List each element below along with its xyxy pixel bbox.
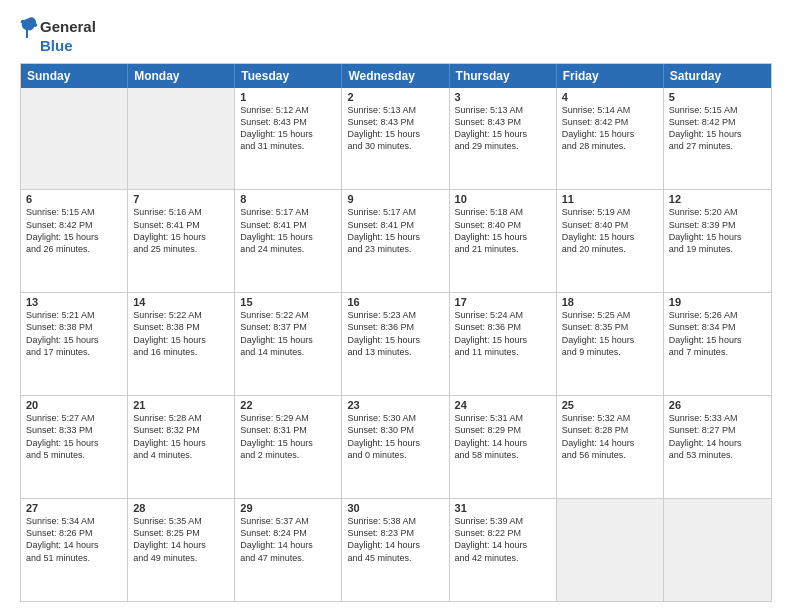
day-info: Sunrise: 5:28 AM Sunset: 8:32 PM Dayligh…: [133, 412, 229, 461]
day-number: 28: [133, 502, 229, 514]
day-number: 27: [26, 502, 122, 514]
header-day-wednesday: Wednesday: [342, 64, 449, 88]
day-cell-1: 1Sunrise: 5:12 AM Sunset: 8:43 PM Daylig…: [235, 88, 342, 190]
day-cell-2: 2Sunrise: 5:13 AM Sunset: 8:43 PM Daylig…: [342, 88, 449, 190]
day-info: Sunrise: 5:18 AM Sunset: 8:40 PM Dayligh…: [455, 206, 551, 255]
day-info: Sunrise: 5:35 AM Sunset: 8:25 PM Dayligh…: [133, 515, 229, 564]
day-number: 24: [455, 399, 551, 411]
day-number: 15: [240, 296, 336, 308]
day-cell-23: 23Sunrise: 5:30 AM Sunset: 8:30 PM Dayli…: [342, 396, 449, 498]
logo: General Blue: [20, 16, 96, 55]
day-cell-4: 4Sunrise: 5:14 AM Sunset: 8:42 PM Daylig…: [557, 88, 664, 190]
day-number: 10: [455, 193, 551, 205]
day-number: 23: [347, 399, 443, 411]
header-day-thursday: Thursday: [450, 64, 557, 88]
day-number: 7: [133, 193, 229, 205]
day-info: Sunrise: 5:25 AM Sunset: 8:35 PM Dayligh…: [562, 309, 658, 358]
calendar-body: 1Sunrise: 5:12 AM Sunset: 8:43 PM Daylig…: [21, 88, 771, 602]
day-cell-22: 22Sunrise: 5:29 AM Sunset: 8:31 PM Dayli…: [235, 396, 342, 498]
day-info: Sunrise: 5:17 AM Sunset: 8:41 PM Dayligh…: [240, 206, 336, 255]
day-cell-27: 27Sunrise: 5:34 AM Sunset: 8:26 PM Dayli…: [21, 499, 128, 601]
day-number: 25: [562, 399, 658, 411]
day-cell-15: 15Sunrise: 5:22 AM Sunset: 8:37 PM Dayli…: [235, 293, 342, 395]
day-number: 21: [133, 399, 229, 411]
day-cell-28: 28Sunrise: 5:35 AM Sunset: 8:25 PM Dayli…: [128, 499, 235, 601]
day-info: Sunrise: 5:26 AM Sunset: 8:34 PM Dayligh…: [669, 309, 766, 358]
day-number: 5: [669, 91, 766, 103]
day-info: Sunrise: 5:15 AM Sunset: 8:42 PM Dayligh…: [669, 104, 766, 153]
day-cell-5: 5Sunrise: 5:15 AM Sunset: 8:42 PM Daylig…: [664, 88, 771, 190]
day-info: Sunrise: 5:34 AM Sunset: 8:26 PM Dayligh…: [26, 515, 122, 564]
day-number: 22: [240, 399, 336, 411]
day-number: 29: [240, 502, 336, 514]
calendar-row-2: 13Sunrise: 5:21 AM Sunset: 8:38 PM Dayli…: [21, 292, 771, 395]
calendar-row-4: 27Sunrise: 5:34 AM Sunset: 8:26 PM Dayli…: [21, 498, 771, 601]
day-cell-17: 17Sunrise: 5:24 AM Sunset: 8:36 PM Dayli…: [450, 293, 557, 395]
day-info: Sunrise: 5:21 AM Sunset: 8:38 PM Dayligh…: [26, 309, 122, 358]
calendar: SundayMondayTuesdayWednesdayThursdayFrid…: [20, 63, 772, 603]
day-cell-24: 24Sunrise: 5:31 AM Sunset: 8:29 PM Dayli…: [450, 396, 557, 498]
day-info: Sunrise: 5:29 AM Sunset: 8:31 PM Dayligh…: [240, 412, 336, 461]
day-cell-29: 29Sunrise: 5:37 AM Sunset: 8:24 PM Dayli…: [235, 499, 342, 601]
day-info: Sunrise: 5:13 AM Sunset: 8:43 PM Dayligh…: [455, 104, 551, 153]
header-day-monday: Monday: [128, 64, 235, 88]
day-info: Sunrise: 5:22 AM Sunset: 8:37 PM Dayligh…: [240, 309, 336, 358]
day-info: Sunrise: 5:39 AM Sunset: 8:22 PM Dayligh…: [455, 515, 551, 564]
day-info: Sunrise: 5:14 AM Sunset: 8:42 PM Dayligh…: [562, 104, 658, 153]
day-cell-12: 12Sunrise: 5:20 AM Sunset: 8:39 PM Dayli…: [664, 190, 771, 292]
day-cell-13: 13Sunrise: 5:21 AM Sunset: 8:38 PM Dayli…: [21, 293, 128, 395]
calendar-row-3: 20Sunrise: 5:27 AM Sunset: 8:33 PM Dayli…: [21, 395, 771, 498]
calendar-header: SundayMondayTuesdayWednesdayThursdayFrid…: [21, 64, 771, 88]
day-info: Sunrise: 5:32 AM Sunset: 8:28 PM Dayligh…: [562, 412, 658, 461]
empty-cell: [664, 499, 771, 601]
day-cell-16: 16Sunrise: 5:23 AM Sunset: 8:36 PM Dayli…: [342, 293, 449, 395]
day-info: Sunrise: 5:31 AM Sunset: 8:29 PM Dayligh…: [455, 412, 551, 461]
day-number: 11: [562, 193, 658, 205]
header-day-friday: Friday: [557, 64, 664, 88]
calendar-row-0: 1Sunrise: 5:12 AM Sunset: 8:43 PM Daylig…: [21, 88, 771, 190]
day-number: 13: [26, 296, 122, 308]
day-info: Sunrise: 5:27 AM Sunset: 8:33 PM Dayligh…: [26, 412, 122, 461]
day-info: Sunrise: 5:16 AM Sunset: 8:41 PM Dayligh…: [133, 206, 229, 255]
day-number: 31: [455, 502, 551, 514]
day-number: 2: [347, 91, 443, 103]
page: General Blue SundayMondayTuesdayWednesda…: [0, 0, 792, 612]
day-cell-18: 18Sunrise: 5:25 AM Sunset: 8:35 PM Dayli…: [557, 293, 664, 395]
day-number: 17: [455, 296, 551, 308]
day-info: Sunrise: 5:15 AM Sunset: 8:42 PM Dayligh…: [26, 206, 122, 255]
day-number: 30: [347, 502, 443, 514]
day-number: 3: [455, 91, 551, 103]
day-cell-8: 8Sunrise: 5:17 AM Sunset: 8:41 PM Daylig…: [235, 190, 342, 292]
empty-cell: [21, 88, 128, 190]
day-info: Sunrise: 5:38 AM Sunset: 8:23 PM Dayligh…: [347, 515, 443, 564]
day-info: Sunrise: 5:37 AM Sunset: 8:24 PM Dayligh…: [240, 515, 336, 564]
day-cell-25: 25Sunrise: 5:32 AM Sunset: 8:28 PM Dayli…: [557, 396, 664, 498]
logo-bird-icon: [20, 16, 38, 38]
day-info: Sunrise: 5:13 AM Sunset: 8:43 PM Dayligh…: [347, 104, 443, 153]
day-number: 19: [669, 296, 766, 308]
day-info: Sunrise: 5:17 AM Sunset: 8:41 PM Dayligh…: [347, 206, 443, 255]
day-number: 4: [562, 91, 658, 103]
day-cell-9: 9Sunrise: 5:17 AM Sunset: 8:41 PM Daylig…: [342, 190, 449, 292]
day-cell-30: 30Sunrise: 5:38 AM Sunset: 8:23 PM Dayli…: [342, 499, 449, 601]
day-number: 14: [133, 296, 229, 308]
header-day-sunday: Sunday: [21, 64, 128, 88]
day-info: Sunrise: 5:24 AM Sunset: 8:36 PM Dayligh…: [455, 309, 551, 358]
calendar-row-1: 6Sunrise: 5:15 AM Sunset: 8:42 PM Daylig…: [21, 189, 771, 292]
day-cell-7: 7Sunrise: 5:16 AM Sunset: 8:41 PM Daylig…: [128, 190, 235, 292]
day-cell-6: 6Sunrise: 5:15 AM Sunset: 8:42 PM Daylig…: [21, 190, 128, 292]
day-cell-20: 20Sunrise: 5:27 AM Sunset: 8:33 PM Dayli…: [21, 396, 128, 498]
header-day-tuesday: Tuesday: [235, 64, 342, 88]
day-info: Sunrise: 5:23 AM Sunset: 8:36 PM Dayligh…: [347, 309, 443, 358]
day-cell-21: 21Sunrise: 5:28 AM Sunset: 8:32 PM Dayli…: [128, 396, 235, 498]
day-number: 9: [347, 193, 443, 205]
day-cell-10: 10Sunrise: 5:18 AM Sunset: 8:40 PM Dayli…: [450, 190, 557, 292]
day-info: Sunrise: 5:20 AM Sunset: 8:39 PM Dayligh…: [669, 206, 766, 255]
day-number: 1: [240, 91, 336, 103]
day-info: Sunrise: 5:33 AM Sunset: 8:27 PM Dayligh…: [669, 412, 766, 461]
empty-cell: [557, 499, 664, 601]
day-cell-19: 19Sunrise: 5:26 AM Sunset: 8:34 PM Dayli…: [664, 293, 771, 395]
day-cell-14: 14Sunrise: 5:22 AM Sunset: 8:38 PM Dayli…: [128, 293, 235, 395]
day-info: Sunrise: 5:12 AM Sunset: 8:43 PM Dayligh…: [240, 104, 336, 153]
day-cell-26: 26Sunrise: 5:33 AM Sunset: 8:27 PM Dayli…: [664, 396, 771, 498]
